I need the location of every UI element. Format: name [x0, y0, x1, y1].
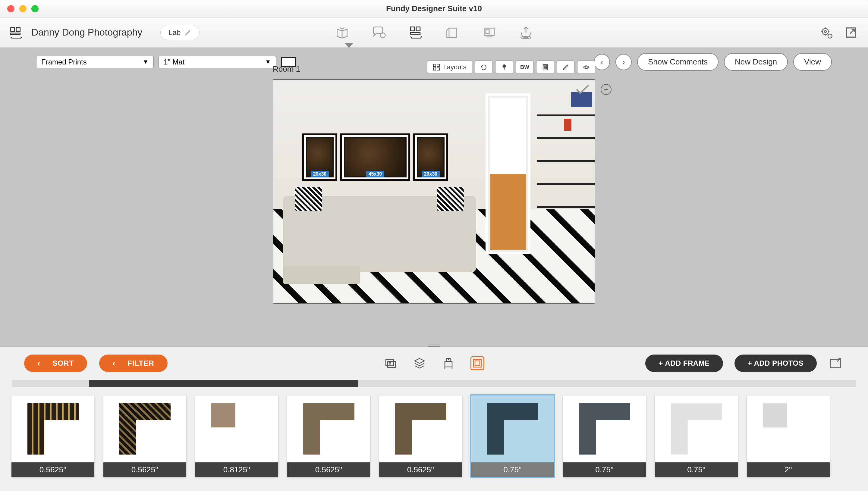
- frame-corner-icon: [395, 403, 446, 455]
- frame-card[interactable]: 0.75'': [655, 396, 738, 477]
- bottom-panel: ‹ SORT ‹ FILTER + ADD FRAME + ADD PHOTOS: [0, 346, 868, 491]
- frame-preview: [747, 396, 830, 462]
- frame-size-badge: 45x30: [366, 171, 385, 177]
- export-mode-icon[interactable]: [518, 25, 534, 40]
- svg-point-24: [545, 67, 545, 68]
- pencil-icon: [562, 64, 569, 70]
- plus-icon: +: [604, 85, 608, 94]
- panel-tabs: [384, 356, 484, 370]
- prev-room-button[interactable]: ‹: [594, 54, 610, 70]
- frame-card[interactable]: 0.5625'': [103, 396, 186, 477]
- frames-tab-icon[interactable]: [471, 356, 484, 370]
- svg-rect-33: [445, 362, 452, 367]
- room-canvas[interactable]: 20x30 45x30 20x30: [273, 79, 595, 304]
- svg-point-27: [545, 69, 545, 69]
- add-photos-button[interactable]: + ADD PHOTOS: [734, 354, 817, 372]
- settings-gear-icon[interactable]: [818, 25, 834, 40]
- svg-rect-5: [416, 27, 420, 31]
- frame-corner-icon: [579, 403, 630, 455]
- filter-button[interactable]: ‹ FILTER: [99, 354, 168, 372]
- new-design-button[interactable]: New Design: [724, 53, 788, 71]
- grid-icon: [433, 63, 440, 71]
- mat-option-value: 1'' Mat: [164, 58, 185, 66]
- wall-frames-group[interactable]: 20x30 45x30 20x30: [302, 134, 448, 181]
- approve-check-icon[interactable]: [576, 84, 590, 95]
- wall-designer-icon: [9, 26, 22, 39]
- svg-rect-22: [544, 65, 547, 66]
- frame-strip: 0.5625''0.5625''0.8125''0.5625''0.5625''…: [0, 387, 868, 485]
- frame-preview: [563, 396, 646, 462]
- panel-toolbar: ‹ SORT ‹ FILTER + ADD FRAME + ADD PHOTOS: [0, 347, 868, 380]
- svg-point-3: [380, 32, 386, 38]
- chevron-left-icon: ‹: [112, 358, 115, 368]
- wall-frame[interactable]: 20x30: [302, 134, 337, 181]
- mat-option-select[interactable]: 1'' Mat ▼: [159, 56, 276, 68]
- comments-mode-icon[interactable]: [371, 25, 387, 40]
- frame-card[interactable]: 0.5625'': [379, 396, 462, 477]
- frame-preview: [11, 396, 94, 462]
- visibility-button[interactable]: [577, 61, 595, 74]
- album-mode-icon[interactable]: [334, 25, 350, 40]
- scrollbar-thumb[interactable]: [89, 380, 358, 387]
- frame-preview: [655, 396, 738, 462]
- wall-art-mode-icon[interactable]: [408, 25, 423, 40]
- frame-card[interactable]: 0.5625'': [287, 396, 370, 477]
- frame-scrollbar[interactable]: [12, 380, 856, 387]
- svg-point-29: [585, 66, 587, 68]
- layouts-button[interactable]: Layouts: [427, 61, 472, 74]
- layers-tab-icon[interactable]: [413, 356, 426, 370]
- pencil-icon: [185, 29, 191, 36]
- frame-preview: [471, 396, 554, 462]
- lab-selector[interactable]: Lab: [160, 25, 199, 40]
- svg-point-32: [389, 363, 391, 364]
- bw-button[interactable]: BW: [516, 61, 534, 74]
- svg-rect-4: [411, 27, 414, 31]
- edit-button[interactable]: [557, 61, 575, 74]
- next-room-button[interactable]: ›: [615, 54, 632, 70]
- frame-corner-icon: [27, 403, 79, 455]
- product-type-select[interactable]: Framed Prints ▼: [36, 56, 154, 68]
- rotate-button[interactable]: [475, 61, 493, 74]
- svg-point-28: [546, 69, 547, 69]
- minimize-window-button[interactable]: [19, 5, 27, 12]
- show-comments-button[interactable]: Show Comments: [637, 53, 719, 71]
- frame-card[interactable]: 0.75'': [563, 396, 646, 477]
- frame-corner-icon: [119, 403, 171, 455]
- svg-rect-18: [437, 68, 440, 70]
- toolbar-left: Danny Dong Photography Lab: [9, 25, 199, 40]
- rooms-tab-icon[interactable]: [442, 356, 455, 370]
- slideshow-mode-icon[interactable]: [481, 25, 497, 40]
- close-window-button[interactable]: [7, 5, 15, 12]
- svg-point-26: [544, 69, 544, 69]
- calculator-button[interactable]: [536, 61, 554, 74]
- external-link-icon[interactable]: [843, 25, 859, 40]
- frame-card[interactable]: 0.5625'': [11, 396, 94, 477]
- mode-switcher: [334, 25, 534, 40]
- svg-rect-16: [437, 64, 440, 66]
- expand-icon[interactable]: [828, 355, 844, 371]
- frame-preview: [195, 396, 278, 462]
- svg-point-35: [448, 359, 449, 360]
- wall-frame[interactable]: 20x30: [413, 134, 448, 181]
- frame-card[interactable]: 0.75'': [471, 396, 554, 477]
- view-button[interactable]: View: [793, 53, 832, 71]
- add-frame-button[interactable]: + ADD FRAME: [645, 354, 723, 372]
- svg-rect-31: [388, 362, 395, 368]
- frame-card[interactable]: 0.8125'': [195, 396, 278, 477]
- chevron-down-icon: ▼: [265, 58, 271, 65]
- panel-drag-handle[interactable]: [428, 344, 440, 347]
- frame-card[interactable]: 2'': [747, 396, 830, 477]
- svg-rect-38: [830, 359, 840, 368]
- window-titlebar: Fundy Designer Suite v10: [0, 0, 868, 18]
- add-room-button[interactable]: +: [601, 84, 612, 95]
- rotate-icon: [480, 63, 487, 71]
- pin-button[interactable]: [495, 61, 513, 74]
- sort-label: SORT: [52, 359, 74, 368]
- wall-frame[interactable]: 45x30: [340, 134, 410, 181]
- photos-tab-icon[interactable]: [384, 356, 397, 370]
- maximize-window-button[interactable]: [31, 5, 38, 12]
- cards-mode-icon[interactable]: [445, 25, 460, 40]
- svg-rect-17: [433, 68, 436, 70]
- sort-button[interactable]: ‹ SORT: [24, 354, 87, 372]
- frame-size-label: 0.75'': [655, 462, 738, 477]
